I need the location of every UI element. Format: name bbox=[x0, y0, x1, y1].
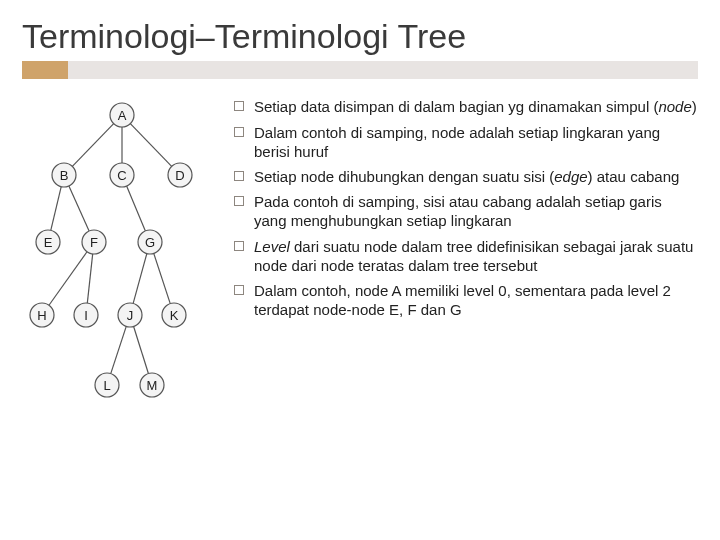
slide: Terminologi–Terminologi Tree ABCDEFGHIJK… bbox=[0, 0, 720, 540]
bullet-marker-icon bbox=[234, 127, 244, 137]
tree-edge bbox=[87, 254, 92, 303]
bullet-item: Setiap data disimpan di dalam bagian yg … bbox=[234, 97, 698, 116]
tree-node-label: H bbox=[37, 308, 46, 323]
tree-node-label: K bbox=[170, 308, 179, 323]
tree-node-label: C bbox=[117, 168, 126, 183]
tree-diagram: ABCDEFGHIJKLM bbox=[22, 97, 222, 407]
bullet-item: Level dari suatu node dalam tree didefin… bbox=[234, 237, 698, 275]
bullet-item: Dalam contoh di samping, node adalah set… bbox=[234, 123, 698, 161]
bullet-text: Dalam contoh, node A memiliki level 0, s… bbox=[254, 281, 698, 319]
tree-edge bbox=[69, 186, 89, 231]
bullet-marker-icon bbox=[234, 171, 244, 181]
tree-node-label: M bbox=[147, 378, 158, 393]
tree-node-label: F bbox=[90, 235, 98, 250]
bullet-text: Dalam contoh di samping, node adalah set… bbox=[254, 123, 698, 161]
bullet-item: Pada contoh di samping, sisi atau cabang… bbox=[234, 192, 698, 230]
bullet-text: Level dari suatu node dalam tree didefin… bbox=[254, 237, 698, 275]
bullet-marker-icon bbox=[234, 196, 244, 206]
slide-title: Terminologi–Terminologi Tree bbox=[22, 18, 698, 55]
bullet-text: Pada contoh di samping, sisi atau cabang… bbox=[254, 192, 698, 230]
tree-edge bbox=[127, 186, 146, 231]
tree-node-label: D bbox=[175, 168, 184, 183]
bullet-text: Setiap data disimpan di dalam bagian yg … bbox=[254, 97, 698, 116]
bullet-column: Setiap data disimpan di dalam bagian yg … bbox=[234, 97, 698, 325]
tree-diagram-column: ABCDEFGHIJKLM bbox=[22, 97, 222, 411]
accent-bar-secondary bbox=[68, 61, 698, 79]
bullet-marker-icon bbox=[234, 285, 244, 295]
bullet-text: Setiap node dihubungkan dengan suatu sis… bbox=[254, 167, 698, 186]
bullet-marker-icon bbox=[234, 241, 244, 251]
tree-node-label: B bbox=[60, 168, 69, 183]
tree-edge bbox=[154, 254, 171, 304]
bullet-item: Setiap node dihubungkan dengan suatu sis… bbox=[234, 167, 698, 186]
tree-node-label: I bbox=[84, 308, 88, 323]
accent-bar bbox=[22, 61, 698, 79]
tree-edge bbox=[49, 252, 87, 305]
tree-edge bbox=[72, 124, 113, 167]
tree-node-label: E bbox=[44, 235, 53, 250]
bullet-item: Dalam contoh, node A memiliki level 0, s… bbox=[234, 281, 698, 319]
tree-edge bbox=[111, 327, 127, 374]
tree-node-label: L bbox=[103, 378, 110, 393]
bullet-marker-icon bbox=[234, 101, 244, 111]
tree-node-label: G bbox=[145, 235, 155, 250]
content-row: ABCDEFGHIJKLM Setiap data disimpan di da… bbox=[22, 97, 698, 411]
tree-node-label: J bbox=[127, 308, 134, 323]
tree-edge bbox=[130, 124, 171, 167]
tree-node-label: A bbox=[118, 108, 127, 123]
accent-bar-primary bbox=[22, 61, 68, 79]
bullet-list: Setiap data disimpan di dalam bagian yg … bbox=[234, 97, 698, 319]
tree-edge bbox=[51, 187, 61, 231]
tree-edge bbox=[134, 327, 149, 374]
tree-edge bbox=[133, 254, 147, 304]
